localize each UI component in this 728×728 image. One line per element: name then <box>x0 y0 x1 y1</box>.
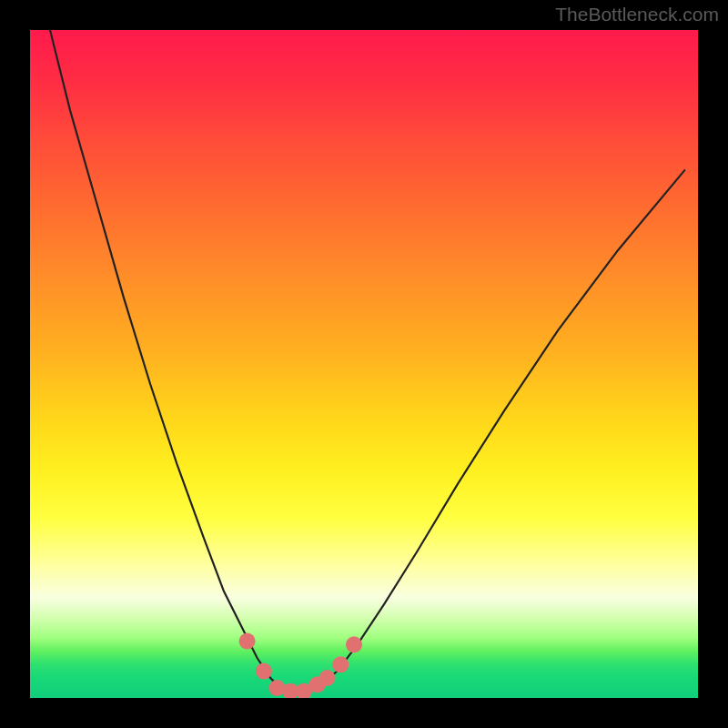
marker-point <box>296 683 312 698</box>
curve-svg <box>30 30 698 698</box>
marker-point <box>256 663 272 680</box>
chart-container: TheBottleneck.com <box>0 0 728 728</box>
marker-point <box>319 670 336 686</box>
bottleneck-curve <box>50 30 684 692</box>
plot-area <box>30 30 698 698</box>
marker-point <box>346 636 362 652</box>
marker-point <box>282 683 298 698</box>
marker-point <box>269 680 286 696</box>
marker-point <box>239 633 256 650</box>
watermark-label: TheBottleneck.com <box>555 4 719 25</box>
marker-point <box>309 676 326 693</box>
marker-point <box>332 656 349 672</box>
marker-group <box>239 633 362 698</box>
